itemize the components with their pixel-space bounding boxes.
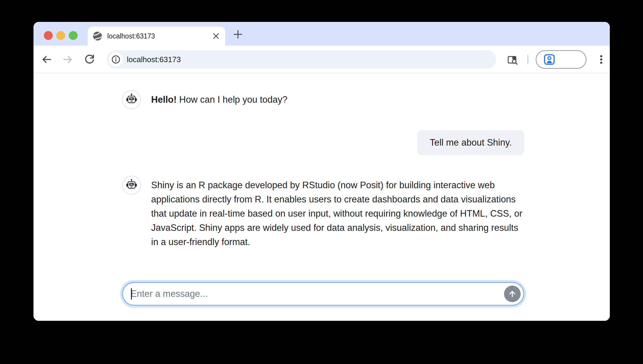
minimize-window-button[interactable] [56,31,65,40]
arrow-up-icon [507,289,517,299]
tab-title: localhost:63173 [107,32,211,40]
plus-icon [233,29,243,39]
assistant-message-text: Shiny is an R package developed by RStud… [151,176,524,249]
browser-menu-button[interactable] [595,54,607,65]
window-controls [44,31,78,40]
tab-strip: localhost:63173 [33,22,610,46]
site-info-chip[interactable] [109,52,123,67]
globe-favicon-icon [92,31,103,41]
profile-avatar-icon [543,54,555,65]
chat-input-row [122,282,524,306]
chat-message-assistant: Hello! How can I help you today? [122,90,524,109]
browser-tab[interactable]: localhost:63173 [88,27,225,46]
profile-button[interactable] [536,50,586,69]
back-arrow-icon [41,54,52,65]
new-tab-button[interactable] [233,29,243,40]
robot-icon [125,179,138,192]
assistant-message-text: Hello! How can I help you today? [151,90,287,107]
assistant-greeting-rest: How can I help you today? [177,94,287,105]
robot-icon [125,93,138,106]
zoom-window-button[interactable] [69,31,78,40]
assistant-greeting-bold: Hello! [151,94,177,105]
page-content: Hello! How can I help you today? Tell me… [33,73,610,321]
user-message-bubble: Tell me about Shiny. [417,130,524,155]
kebab-menu-icon [597,54,605,65]
assistant-avatar [122,176,141,195]
search-panel-icon [507,54,518,65]
reload-button[interactable] [84,54,95,65]
chat-container: Hello! How can I help you today? Tell me… [122,73,524,306]
chat-message-assistant: Shiny is an R package developed by RStud… [122,176,524,249]
chat-message-input[interactable] [122,282,524,306]
search-side-panel-button[interactable] [507,54,518,65]
toolbar-divider [527,55,528,64]
assistant-avatar [122,90,141,109]
url-text: localhost:63173 [127,55,181,64]
forward-arrow-icon [62,54,73,65]
info-icon [111,55,120,64]
send-message-button[interactable] [504,286,521,302]
close-tab-icon[interactable] [211,31,221,41]
chat-message-user: Tell me about Shiny. [122,130,524,155]
reload-icon [84,54,95,65]
text-caret [131,288,132,299]
address-bar[interactable]: localhost:63173 [107,50,496,69]
browser-toolbar: localhost:63173 [33,46,610,73]
browser-window: localhost:63173 [33,22,610,321]
back-button[interactable] [41,54,52,65]
close-window-button[interactable] [44,31,53,40]
forward-button[interactable] [62,54,74,65]
